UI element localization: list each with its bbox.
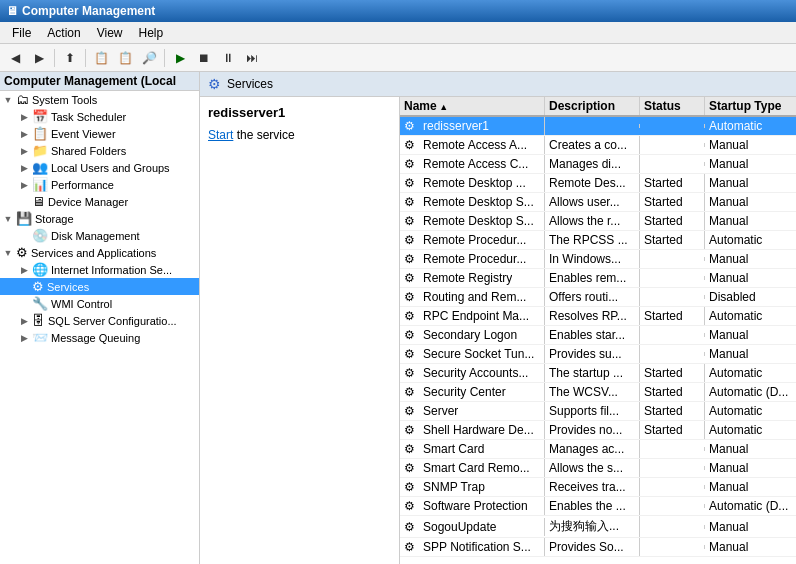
tree-node-label: Storage [35, 213, 74, 225]
table-row[interactable]: ⚙SogouUpdate为搜狗输入...Manual [400, 516, 796, 538]
table-row[interactable]: ⚙SNMP TrapReceives tra...Manual [400, 478, 796, 497]
back-button[interactable]: ◀ [4, 47, 26, 69]
service-icon: ⚙ [404, 290, 420, 304]
table-row[interactable]: ⚙Remote Desktop S...Allows user...Starte… [400, 193, 796, 212]
play-button[interactable]: ▶ [169, 47, 191, 69]
tree-node-system-tools[interactable]: ▼🗂System Tools [0, 91, 199, 108]
tree-node-sql-config[interactable]: ▶🗄SQL Server Configuratio... [0, 312, 199, 329]
service-name-cell: ⚙SNMP Trap [400, 478, 545, 496]
pause-button[interactable]: ⏸ [217, 47, 239, 69]
table-row[interactable]: ⚙Remote RegistryEnables rem...Manual [400, 269, 796, 288]
table-row[interactable]: ⚙Shell Hardware De...Provides no...Start… [400, 421, 796, 440]
service-desc-cell: Allows the r... [545, 212, 640, 230]
service-name-cell: ⚙Remote Procedur... [400, 231, 545, 249]
service-icon: ⚙ [404, 271, 420, 285]
col-header-startup[interactable]: Startup Type [705, 97, 796, 115]
properties-button[interactable]: 📋 [114, 47, 136, 69]
service-name-text: Security Accounts... [423, 366, 528, 380]
service-name-cell: ⚙Software Protection [400, 497, 545, 515]
menu-item-action[interactable]: Action [39, 24, 88, 42]
up-button[interactable]: ⬆ [59, 47, 81, 69]
menu-bar: FileActionViewHelp [0, 22, 796, 44]
tree-expander: ▶ [16, 333, 32, 343]
tree-node-wmi[interactable]: 🔧WMI Control [0, 295, 199, 312]
tree-node-device-manager[interactable]: 🖥Device Manager [0, 193, 199, 210]
tree-node-iis[interactable]: ▶🌐Internet Information Se... [0, 261, 199, 278]
service-startup-cell: Manual [705, 518, 796, 536]
service-icon: ⚙ [404, 176, 420, 190]
service-name-cell: ⚙Remote Registry [400, 269, 545, 287]
service-startup-cell: Manual [705, 345, 796, 363]
services-list[interactable]: ⚙redisserver1Automatic⚙Remote Access A..… [400, 117, 796, 564]
tree-node-label: Internet Information Se... [51, 264, 172, 276]
col-header-name[interactable]: Name [400, 97, 545, 115]
table-row[interactable]: ⚙Smart CardManages ac...Manual [400, 440, 796, 459]
service-startup-cell: Manual [705, 193, 796, 211]
menu-item-view[interactable]: View [89, 24, 131, 42]
tree-node-label: Performance [51, 179, 114, 191]
service-name-text: Secure Socket Tun... [423, 347, 534, 361]
table-row[interactable]: ⚙Remote Access C...Manages di...Manual [400, 155, 796, 174]
table-row[interactable]: ⚙Security CenterThe WCSV...StartedAutoma… [400, 383, 796, 402]
service-icon: ⚙ [404, 328, 420, 342]
forward-button[interactable]: ▶ [28, 47, 50, 69]
service-name-cell: ⚙Secondary Logon [400, 326, 545, 344]
table-row[interactable]: ⚙Remote Access A...Creates a co...Manual [400, 136, 796, 155]
col-header-desc[interactable]: Description [545, 97, 640, 115]
table-row[interactable]: ⚙Remote Desktop S...Allows the r...Start… [400, 212, 796, 231]
refresh-button[interactable]: 🔎 [138, 47, 160, 69]
table-row[interactable]: ⚙RPC Endpoint Ma...Resolves RP...Started… [400, 307, 796, 326]
table-row[interactable]: ⚙Smart Card Remo...Allows the s...Manual [400, 459, 796, 478]
tree-node-services[interactable]: ⚙Services [0, 278, 199, 295]
table-row[interactable]: ⚙SPP Notification S...Provides So...Manu… [400, 538, 796, 557]
table-row[interactable]: ⚙ServerSupports fil...StartedAutomatic [400, 402, 796, 421]
service-desc-cell: Supports fil... [545, 402, 640, 420]
service-desc-cell: Allows the s... [545, 459, 640, 477]
tree-node-task-scheduler[interactable]: ▶📅Task Scheduler [0, 108, 199, 125]
service-name-text: Software Protection [423, 499, 528, 513]
service-icon: ⚙ [404, 385, 420, 399]
service-name-text: Remote Desktop S... [423, 195, 534, 209]
tree-node-storage[interactable]: ▼💾Storage [0, 210, 199, 227]
menu-item-file[interactable]: File [4, 24, 39, 42]
tree-node-disk-management[interactable]: 💿Disk Management [0, 227, 199, 244]
tree-expander: ▶ [16, 146, 32, 156]
table-row[interactable]: ⚙Software ProtectionEnables the ...Autom… [400, 497, 796, 516]
service-status-cell [640, 162, 705, 166]
tree-node-event-viewer[interactable]: ▶📋Event Viewer [0, 125, 199, 142]
menu-item-help[interactable]: Help [131, 24, 172, 42]
table-row[interactable]: ⚙Secure Socket Tun...Provides su...Manua… [400, 345, 796, 364]
show-hide-button[interactable]: 📋 [90, 47, 112, 69]
table-row[interactable]: ⚙Remote Procedur...In Windows...Manual [400, 250, 796, 269]
service-desc-cell: Creates a co... [545, 136, 640, 154]
service-desc-cell: Remote Des... [545, 174, 640, 192]
tree-expander: ▶ [16, 180, 32, 190]
restart-button[interactable]: ⏭ [241, 47, 263, 69]
tree-node-services-apps[interactable]: ▼⚙Services and Applications [0, 244, 199, 261]
tree-node-performance[interactable]: ▶📊Performance [0, 176, 199, 193]
tree-node-icon: 👥 [32, 160, 48, 175]
table-row[interactable]: ⚙redisserver1Automatic [400, 117, 796, 136]
service-startup-cell: Manual [705, 212, 796, 230]
service-status-cell [640, 333, 705, 337]
table-row[interactable]: ⚙Secondary LogonEnables star...Manual [400, 326, 796, 345]
table-row[interactable]: ⚙Security Accounts...The startup ...Star… [400, 364, 796, 383]
service-desc-cell: The WCSV... [545, 383, 640, 401]
service-startup-cell: Manual [705, 136, 796, 154]
tree-node-local-users[interactable]: ▶👥Local Users and Groups [0, 159, 199, 176]
tree-node-message-queuing[interactable]: ▶📨Message Queuing [0, 329, 199, 346]
tree-node-shared-folders[interactable]: ▶📁Shared Folders [0, 142, 199, 159]
table-row[interactable]: ⚙Remote Desktop ...Remote Des...StartedM… [400, 174, 796, 193]
services-panel: Name Description Status Startup Type ⚙re… [400, 97, 796, 564]
stop-button[interactable]: ⏹ [193, 47, 215, 69]
service-startup-cell: Disabled [705, 288, 796, 306]
col-header-status[interactable]: Status [640, 97, 705, 115]
tree-node-icon: 📊 [32, 177, 48, 192]
service-name-cell: ⚙Remote Desktop S... [400, 212, 545, 230]
service-name-cell: ⚙SogouUpdate [400, 518, 545, 536]
table-row[interactable]: ⚙Routing and Rem...Offers routi...Disabl… [400, 288, 796, 307]
start-service-link[interactable]: Start [208, 128, 233, 142]
table-row[interactable]: ⚙Remote Procedur...The RPCSS ...StartedA… [400, 231, 796, 250]
service-startup-cell: Manual [705, 174, 796, 192]
service-icon: ⚙ [404, 119, 420, 133]
